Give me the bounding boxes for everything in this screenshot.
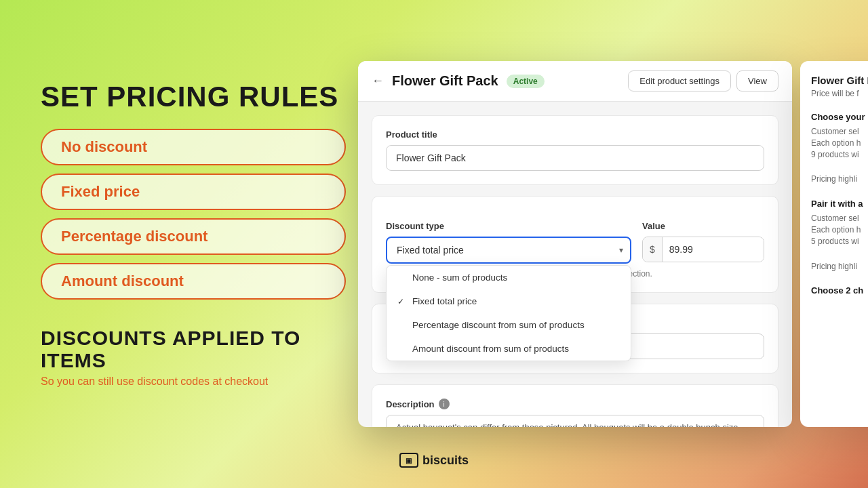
discounts-applied-title: DISCOUNTS APPLIED TO ITEMS <box>41 327 346 371</box>
footer-logo: ▣ biscuits <box>399 453 469 468</box>
sidebar-product-title: Flower Gift P <box>811 75 868 86</box>
header-actions: Edit product settings View <box>628 70 778 92</box>
sidebar-choose-title: Choose your <box>811 112 868 122</box>
sidebar-pricing-highlight2: Pricing highli <box>811 261 868 272</box>
fixed-price-pill[interactable]: Fixed price <box>41 174 346 210</box>
discount-row: Discount type Fixed total price ▾ None -… <box>386 221 764 264</box>
discount-type-select-wrapper: Fixed total price ▾ None - sum of produc… <box>386 237 631 264</box>
discounts-subtitle: So you can still use discount codes at c… <box>41 375 346 388</box>
discount-type-label: Discount type <box>386 221 631 231</box>
product-title-input[interactable] <box>386 145 764 171</box>
dropdown-item-fixed-total[interactable]: ✓ Fixed total price <box>387 289 631 313</box>
no-discount-pill[interactable]: No discount <box>41 129 346 165</box>
value-input-wrapper: $ <box>642 237 764 262</box>
description-textarea[interactable]: Actual bouquet's can differ from those p… <box>386 415 764 427</box>
percentage-discount-pill[interactable]: Percentage discount <box>41 218 346 255</box>
view-button[interactable]: View <box>736 70 778 92</box>
sidebar-customer-sel: Customer sel Each option h 9 products wi <box>811 126 868 160</box>
pills-list: No discount Fixed price Percentage disco… <box>41 129 346 308</box>
edit-product-settings-button[interactable]: Edit product settings <box>628 70 731 92</box>
value-col: Value $ <box>642 221 764 262</box>
sidebar-pair-title: Pair it with a <box>811 199 868 209</box>
back-button[interactable]: ← <box>372 74 384 88</box>
active-badge: Active <box>507 75 545 88</box>
app-header: ← Flower Gift Pack Active Edit product s… <box>358 61 792 102</box>
biscuits-logo-text: biscuits <box>422 453 469 468</box>
discount-dropdown-menu: None - sum of products ✓ Fixed total pri… <box>386 265 631 361</box>
sidebar-choose2-title: Choose 2 ch <box>811 285 868 296</box>
dropdown-item-percentage[interactable]: Percentage discount from sum of products <box>387 313 631 337</box>
right-sidebar: Flower Gift P Price will be f Choose you… <box>800 61 868 427</box>
check-filled-icon: ✓ <box>397 297 407 306</box>
currency-symbol: $ <box>643 237 663 262</box>
discount-type-select[interactable]: Fixed total price <box>386 237 631 264</box>
sidebar-pricing-highlight: Pricing highli <box>811 174 868 185</box>
sidebar-pair-info: Customer sel Each option h 5 products wi <box>811 213 868 247</box>
description-section: Description i Actual bouquet's can diffe… <box>372 384 778 427</box>
discount-type-col: Discount type Fixed total price ▾ None -… <box>386 221 631 264</box>
sidebar-price-note: Price will be f <box>811 89 868 98</box>
info-icon: i <box>439 399 450 409</box>
app-window: ← Flower Gift Pack Active Edit product s… <box>358 61 792 427</box>
description-label-row: Description i <box>386 399 764 409</box>
value-input[interactable] <box>663 237 764 262</box>
product-title-section: Product title <box>372 115 778 185</box>
app-body: Product title Discount type Fixed total … <box>358 102 792 427</box>
dropdown-item-amount[interactable]: Amount discount from sum of products <box>387 337 631 361</box>
app-title: Flower Gift Pack <box>392 73 498 89</box>
amount-discount-pill[interactable]: Amount discount <box>41 263 346 300</box>
value-label: Value <box>642 221 764 231</box>
left-panel: SET PRICING RULES No discount Fixed pric… <box>41 81 346 388</box>
pricing-rules-title: SET PRICING RULES <box>41 81 346 113</box>
biscuits-logo-icon: ▣ <box>399 453 418 468</box>
discount-section: Discount type Fixed total price ▾ None -… <box>372 196 778 293</box>
product-title-label: Product title <box>386 129 764 140</box>
description-label: Description <box>386 399 435 409</box>
dropdown-item-none[interactable]: None - sum of products <box>387 266 631 289</box>
